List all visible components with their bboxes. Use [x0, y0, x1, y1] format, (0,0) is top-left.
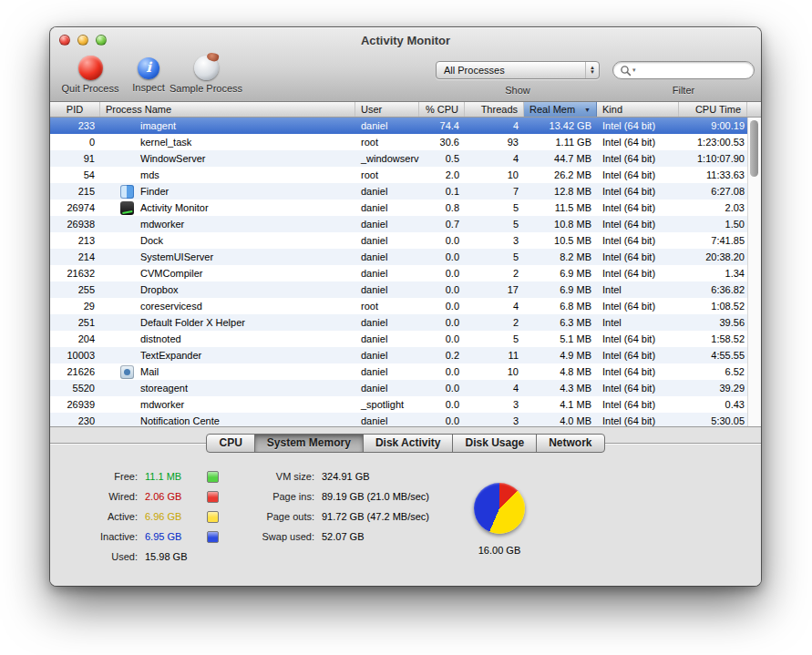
- cell-user: daniel: [355, 366, 419, 377]
- process-row-notification-cente[interactable]: 230Notification Centedaniel0.034.0 MBInt…: [50, 413, 747, 426]
- column-header-cpu[interactable]: % CPU: [419, 102, 465, 117]
- process-name: Default Folder X Helper: [140, 317, 245, 328]
- cell-threads: 17: [465, 284, 524, 295]
- column-header-threads[interactable]: Threads: [465, 102, 524, 117]
- cell-name: Default Folder X Helper: [100, 316, 355, 330]
- cell-time: 1.50: [679, 219, 747, 230]
- cell-time: 6.52: [679, 366, 747, 377]
- process-row-windowserver[interactable]: 91WindowServer_windowserv0.5444.7 MBInte…: [50, 150, 747, 167]
- cell-user: daniel: [355, 202, 419, 213]
- quit-process-button[interactable]: Quit Process: [60, 56, 120, 94]
- process-row-cvmcompiler[interactable]: 21632CVMCompilerdaniel0.026.9 MBIntel (6…: [50, 265, 747, 281]
- cell-threads: 4: [465, 120, 524, 131]
- mail-app-icon: [120, 365, 134, 379]
- column-header-label: Process Name: [106, 104, 171, 115]
- process-row-default-folder-x-helper[interactable]: 251Default Folder X Helperdaniel0.026.3 …: [50, 314, 747, 331]
- cell-mem: 6.8 MB: [524, 301, 597, 312]
- process-name: imagent: [140, 120, 176, 131]
- cell-cpu: 0.0: [419, 383, 465, 394]
- cell-threads: 4: [465, 153, 524, 164]
- vertical-scrollbar[interactable]: [747, 118, 761, 426]
- tab-network[interactable]: Network: [536, 434, 604, 453]
- memory-stat-value: 6.95 GB: [145, 531, 200, 542]
- cell-cpu: 0.0: [419, 366, 465, 377]
- cell-kind: Intel (64 bit): [597, 120, 679, 131]
- cell-mem: 44.7 MB: [524, 153, 597, 164]
- cell-cpu: 0.0: [419, 415, 465, 426]
- process-row-coreservicesd[interactable]: 29coreservicesdroot0.046.8 MBIntel (64 b…: [50, 298, 747, 314]
- column-header-process-name[interactable]: Process Name: [100, 102, 355, 117]
- cell-name: kernel_task: [100, 136, 355, 149]
- cell-time: 2.03: [679, 202, 747, 213]
- process-row-mail[interactable]: 21626Maildaniel0.0104.8 MBIntel (64 bit)…: [50, 363, 747, 380]
- filter-field[interactable]: ▾: [612, 61, 755, 79]
- process-row-finder[interactable]: 215Finderdaniel0.1712.8 MBIntel (64 bit)…: [50, 183, 747, 200]
- process-row-distnoted[interactable]: 204distnoteddaniel0.055.1 MBIntel (64 bi…: [50, 331, 747, 347]
- cell-mem: 12.8 MB: [524, 186, 597, 197]
- tab-cpu[interactable]: CPU: [206, 434, 254, 453]
- tab-disk-usage[interactable]: Disk Usage: [452, 434, 537, 453]
- show-label: Show: [436, 85, 600, 96]
- column-header-pid[interactable]: PID: [50, 102, 100, 117]
- cell-mem: 13.42 GB: [524, 120, 597, 131]
- filter-input[interactable]: [636, 65, 747, 76]
- sample-process-button[interactable]: Sample Process: [172, 56, 240, 94]
- process-row-dock[interactable]: 213Dockdaniel0.0310.5 MBIntel (64 bit)7:…: [50, 232, 747, 249]
- process-row-textexpander[interactable]: 10003TextExpanderdaniel0.2114.9 MBIntel …: [50, 347, 747, 363]
- vm-stat-row-page-ins: Page ins:89.19 GB (21.0 MB/sec): [214, 486, 429, 507]
- filter-label: Filter: [612, 85, 755, 96]
- cell-name: TextExpander: [100, 349, 355, 363]
- cell-kind: Intel: [597, 284, 679, 295]
- process-row-imagent[interactable]: 233imagentdaniel74.4413.42 GBIntel (64 b…: [50, 118, 747, 134]
- cell-name: mdworker: [100, 218, 355, 231]
- window-title: Activity Monitor: [50, 34, 761, 47]
- show-processes-popup[interactable]: All Processes ▲▼: [436, 61, 600, 79]
- cell-threads: 5: [465, 219, 524, 230]
- cell-pid: 10003: [50, 350, 100, 361]
- process-row-mds[interactable]: 54mdsroot2.01026.2 MBIntel (64 bit)11:33…: [50, 167, 747, 183]
- activity-monitor-app-icon: [120, 201, 134, 215]
- tab-system-memory[interactable]: System Memory: [254, 434, 364, 453]
- cell-name: imagent: [100, 119, 355, 133]
- sample-process-icon: [194, 56, 219, 80]
- tab-disk-activity[interactable]: Disk Activity: [363, 434, 454, 453]
- process-row-storeagent[interactable]: 5520storeagentdaniel0.044.3 MBIntel (64 …: [50, 380, 747, 396]
- cell-mem: 6.9 MB: [524, 284, 597, 295]
- memory-legend-row-active: Active:6.96 GB: [77, 507, 219, 527]
- process-table-body: 233imagentdaniel74.4413.42 GBIntel (64 b…: [50, 118, 761, 426]
- cell-threads: 10: [465, 169, 524, 180]
- activity-monitor-window: Activity Monitor Quit Process Inspect Sa…: [50, 27, 761, 586]
- process-name: Notification Cente: [140, 415, 220, 426]
- vm-stat-label: Swap used:: [214, 531, 314, 542]
- cell-name: SystemUIServer: [100, 251, 355, 264]
- cell-user: daniel: [355, 235, 419, 246]
- cell-threads: 4: [465, 301, 524, 312]
- cell-mem: 4.8 MB: [524, 366, 597, 377]
- process-row-dropbox[interactable]: 255Dropboxdaniel0.0176.9 MBIntel6:36.82: [50, 281, 747, 298]
- scrollbar-thumb[interactable]: [750, 120, 758, 177]
- cell-pid: 21626: [50, 366, 100, 377]
- memory-pie-wrap: 16.00 GB: [458, 483, 540, 556]
- column-header-label: Real Mem: [529, 104, 575, 115]
- cell-mem: 26.2 MB: [524, 169, 597, 180]
- cell-cpu: 30.6: [419, 137, 465, 148]
- memory-stat-value: 11.1 MB: [145, 471, 200, 482]
- process-row-activity-monitor[interactable]: 26974Activity Monitordaniel0.8511.5 MBIn…: [50, 200, 747, 216]
- process-row-mdworker[interactable]: 26939mdworker_spotlight0.034.1 MBIntel (…: [50, 396, 747, 413]
- cell-cpu: 2.0: [419, 169, 465, 180]
- process-row-mdworker[interactable]: 26938mdworkerdaniel0.7510.8 MBIntel (64 …: [50, 216, 747, 232]
- column-header-real-mem[interactable]: Real Mem▼: [524, 102, 597, 117]
- process-row-kernel-task[interactable]: 0kernel_taskroot30.6931.11 GBIntel (64 b…: [50, 134, 747, 150]
- inspect-button[interactable]: Inspect: [128, 56, 169, 93]
- cell-mem: 10.8 MB: [524, 219, 597, 230]
- cell-threads: 5: [465, 202, 524, 213]
- column-header-cpu-time[interactable]: CPU Time: [679, 102, 747, 117]
- process-row-systemuiserver[interactable]: 214SystemUIServerdaniel0.058.2 MBIntel (…: [50, 249, 747, 265]
- cell-name: storeagent: [100, 382, 355, 395]
- memory-stat-value: 2.06 GB: [145, 491, 200, 502]
- column-header-kind[interactable]: Kind: [597, 102, 679, 117]
- column-header-user[interactable]: User: [355, 102, 419, 117]
- cell-name: CVMCompiler: [100, 267, 355, 281]
- memory-legend-row-inactive: Inactive:6.95 GB: [77, 527, 219, 547]
- memory-stat-value: 15.98 GB: [145, 551, 200, 562]
